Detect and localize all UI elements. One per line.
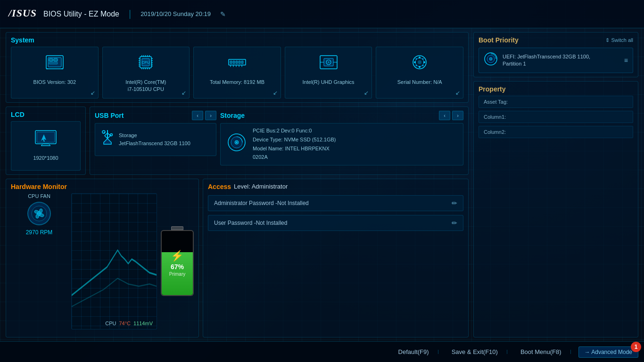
user-password-edit-icon[interactable]: ✏	[452, 219, 457, 227]
cpu-label: Intel(R) Core(TM) i7-10510U CPU	[125, 79, 166, 93]
left-panel: System	[6, 32, 469, 337]
cpu-icon: CPU	[135, 52, 156, 75]
svg-point-58	[416, 58, 417, 60]
svg-rect-4	[54, 58, 58, 61]
svg-rect-3	[49, 58, 53, 61]
column2-field[interactable]: Column2:	[479, 126, 633, 138]
system-title: System	[11, 36, 463, 44]
bios-label: BIOS Version: 302	[33, 79, 76, 86]
usb-prev-btn[interactable]: ‹	[192, 111, 203, 120]
ram-card[interactable]: Total Memory: 8192 MB ↙	[193, 47, 281, 99]
advanced-mode-label: → Advanced Mode	[585, 349, 632, 355]
boot-item[interactable]: UEFI: JetFlashTranscend 32GB 1100, Parti…	[479, 48, 633, 73]
serial-arrow: ↙	[455, 90, 460, 96]
ram-icon	[227, 52, 248, 75]
battery-container: ⚡ 67% Primary	[161, 230, 194, 296]
cpu-card[interactable]: CPU	[102, 47, 190, 99]
svg-rect-34	[236, 61, 238, 64]
svg-rect-60	[37, 132, 55, 142]
column1-field[interactable]: Column1:	[479, 111, 633, 123]
storage-nav-btns: ‹ ›	[439, 111, 463, 120]
save-exit-btn[interactable]: Save & Exit(F10)	[442, 348, 507, 355]
svg-point-51	[419, 57, 421, 58]
usb-icon	[101, 129, 114, 149]
svg-point-57	[414, 61, 416, 63]
gpu-label: Intel(R) UHD Graphics	[303, 79, 355, 86]
switch-all-btn[interactable]: ⇕ Switch all	[605, 37, 633, 43]
storage-area: Storage ‹ ›	[220, 111, 463, 165]
advanced-mode-btn[interactable]: → Advanced Mode	[578, 346, 638, 358]
header-datetime: 2019/10/20 Sunday 20:19	[140, 10, 211, 17]
column1-label: Column1:	[484, 114, 506, 120]
fan-label: CPU FAN	[11, 193, 67, 199]
bios-card[interactable]: BIOS Version: 302 ↙	[11, 47, 99, 99]
fan-section: CPU FAN	[11, 193, 67, 329]
svg-rect-33	[233, 61, 235, 64]
svg-line-67	[104, 132, 105, 133]
serial-label: Serial Number: N/A	[397, 79, 442, 86]
user-password-label: User Password -Not Installed	[214, 220, 287, 226]
notification-badge: 1	[631, 342, 641, 352]
boot-priority-section: Boot Priority ⇕ Switch all	[473, 32, 638, 77]
asset-tag-field[interactable]: Asset Tag:	[479, 96, 633, 108]
access-title: Access	[208, 183, 231, 190]
storage-next-btn[interactable]: ›	[452, 111, 463, 120]
hw-monitor-section: Hardware Monitor CPU FAN	[6, 179, 199, 337]
battery-info: ⚡ 67% Primary	[169, 249, 185, 278]
switch-all-label: Switch all	[611, 37, 633, 43]
svg-rect-32	[230, 61, 232, 64]
serial-icon	[409, 52, 430, 75]
bios-arrow: ↙	[91, 90, 95, 96]
header: /ISUS BIOS Utility - EZ Mode | 2019/10/2…	[0, 0, 644, 28]
lcd-resolution: 1920*1080	[33, 155, 58, 162]
property-title: Property	[479, 85, 633, 93]
boot-priority-title: Boot Priority	[479, 36, 519, 44]
ram-arrow: ↙	[273, 90, 278, 96]
storage-card[interactable]: PCIE Bus:2 Dev:0 Func:0 Device Type: NVM…	[220, 123, 463, 165]
admin-password-row[interactable]: Administrator Password -Not Installed ✏	[208, 195, 463, 211]
usb-header: USB Port ‹ ›	[95, 111, 216, 120]
svg-point-72	[236, 141, 238, 143]
svg-point-45	[328, 61, 330, 63]
edit-icon[interactable]: ✎	[220, 10, 226, 18]
footer-right: Default(F9) Save & Exit(F10) Boot Menu(F…	[389, 346, 638, 358]
svg-point-52	[422, 58, 424, 60]
storage-prev-btn[interactable]: ‹	[439, 111, 450, 120]
footer: Default(F9) Save & Exit(F10) Boot Menu(F…	[0, 341, 644, 362]
system-cards: BIOS Version: 302 ↙ CPU	[11, 47, 463, 99]
storage-icon	[226, 132, 247, 156]
usb-next-btn[interactable]: ›	[205, 111, 216, 120]
admin-password-edit-icon[interactable]: ✏	[452, 199, 457, 207]
main-layout: System	[0, 28, 644, 341]
svg-point-50	[418, 60, 421, 64]
hw-monitor-inner: CPU FAN	[11, 193, 194, 329]
cpu-stats: CPU 74°C 1114mV	[105, 321, 153, 326]
fan-rpm: 2970 RPM	[11, 229, 67, 236]
usb-nav-btns: ‹ ›	[192, 111, 216, 120]
header-title: BIOS Utility - EZ Mode	[43, 10, 119, 18]
right-panel: Boot Priority ⇕ Switch all	[473, 32, 638, 337]
lcd-card[interactable]: 1920*1080	[11, 121, 81, 171]
boot-header: Boot Priority ⇕ Switch all	[479, 36, 633, 44]
serial-card[interactable]: Serial Number: N/A ↙	[376, 47, 463, 99]
boot-menu-btn[interactable]: Boot Menu(F8)	[511, 348, 571, 355]
bios-icon	[44, 52, 65, 75]
svg-point-55	[419, 66, 421, 68]
gpu-card[interactable]: Intel(R) UHD Graphics ↙	[285, 47, 372, 99]
boot-menu-icon[interactable]: ≡	[624, 57, 628, 64]
svg-rect-36	[241, 61, 243, 64]
default-btn[interactable]: Default(F9)	[389, 348, 438, 355]
svg-line-68	[110, 135, 111, 136]
usb-storage-section: USB Port ‹ ›	[90, 107, 469, 175]
gpu-icon	[318, 52, 339, 75]
usb-card[interactable]: Storage JetFlashTranscend 32GB 1100	[95, 123, 216, 156]
usb-title: USB Port	[95, 112, 124, 119]
user-password-row[interactable]: User Password -Not Installed ✏	[208, 215, 463, 231]
asset-tag-label: Asset Tag:	[484, 99, 508, 105]
lcd-title: LCD	[11, 111, 81, 118]
bottom-row: Hardware Monitor CPU FAN	[6, 179, 469, 337]
svg-text:CPU: CPU	[142, 60, 150, 65]
storage-title: Storage	[220, 112, 245, 119]
switch-all-icon: ⇕	[605, 37, 610, 43]
lcd-icon	[34, 130, 57, 151]
